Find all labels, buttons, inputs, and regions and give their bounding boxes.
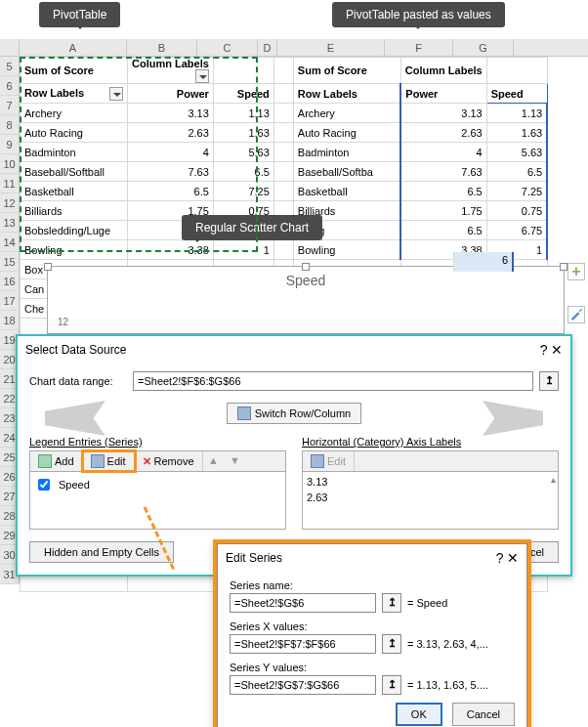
cell[interactable]: Badminton	[293, 143, 400, 162]
column-header[interactable]: E	[277, 39, 385, 56]
row-header[interactable]: 5	[0, 57, 20, 76]
column-header[interactable]: B	[127, 39, 197, 56]
cell[interactable]: Column Labels	[128, 58, 214, 84]
scroll-up-icon[interactable]: ▴	[551, 474, 556, 485]
row-header[interactable]: 6	[0, 76, 20, 96]
cell[interactable]: Bobsledding/Luge	[21, 221, 128, 240]
row-header[interactable]: 15	[0, 252, 20, 272]
cell[interactable]: 0.75	[486, 201, 547, 221]
cell[interactable]: Baseball/Softba	[293, 162, 400, 182]
cell[interactable]	[273, 58, 293, 84]
row-header[interactable]: 17	[0, 291, 20, 311]
ok-button[interactable]: OK	[396, 703, 442, 726]
cell[interactable]	[273, 123, 293, 143]
chart-object[interactable]: Speed 12 +	[47, 266, 565, 334]
chart-data-range-input[interactable]	[133, 371, 533, 391]
row-header[interactable]: 11	[0, 174, 20, 193]
axis-listbox[interactable]: 3.13 2.63 ▴	[302, 471, 559, 530]
cell[interactable]: 1.63	[213, 123, 273, 143]
cell[interactable]: 7.63	[128, 162, 214, 182]
series-x-input[interactable]	[230, 634, 376, 654]
cell[interactable]: 2.63	[128, 123, 214, 143]
cell[interactable]	[273, 143, 293, 162]
cell[interactable]: Bowling	[21, 240, 128, 260]
row-header[interactable]: 7	[0, 96, 20, 115]
cell[interactable]: Archery	[21, 104, 128, 123]
cell[interactable]: Auto Racing	[21, 123, 128, 143]
cell[interactable]: Billiards	[21, 201, 128, 221]
column-header[interactable]: C	[197, 39, 258, 56]
cell[interactable]: Sum of Score	[293, 58, 400, 84]
cell[interactable]	[213, 58, 273, 84]
cell[interactable]: 4	[400, 143, 486, 162]
cell[interactable]: 6.5	[213, 162, 273, 182]
row-header[interactable]: 12	[0, 193, 20, 213]
cell[interactable]: 3.13	[128, 104, 214, 123]
range-picker-icon[interactable]: ↥	[539, 371, 559, 391]
cell[interactable]: 6.75	[486, 221, 547, 240]
cell[interactable]: Basketball	[293, 182, 400, 201]
series-checkbox[interactable]	[38, 479, 50, 491]
cell[interactable]: 5.63	[486, 143, 547, 162]
close-icon[interactable]: ✕	[507, 550, 519, 566]
column-header[interactable]: F	[385, 39, 453, 56]
cell[interactable]: Auto Racing	[293, 123, 400, 143]
cell[interactable]	[273, 104, 293, 123]
cell[interactable]: 1.75	[400, 201, 486, 221]
move-down-button[interactable]: ▼	[225, 451, 246, 471]
cell[interactable]: 1	[213, 240, 273, 260]
cell[interactable]: 7.63	[400, 162, 486, 182]
dropdown-icon[interactable]	[109, 87, 123, 101]
column-header[interactable]: G	[453, 39, 514, 56]
close-icon[interactable]: ✕	[551, 342, 563, 358]
remove-series-button[interactable]: ✕Remove	[135, 451, 203, 471]
cell[interactable]: 1.13	[213, 104, 273, 123]
cancel-button[interactable]: Cancel	[452, 703, 515, 726]
row-header[interactable]: 16	[0, 272, 20, 291]
column-header[interactable]: A	[20, 39, 127, 56]
series-y-input[interactable]	[230, 675, 376, 695]
cell[interactable]: Badminton	[21, 143, 128, 162]
row-header[interactable]: 9	[0, 135, 20, 154]
cell[interactable]: Power	[400, 84, 486, 104]
chart-brush-icon[interactable]	[567, 306, 585, 323]
row-header[interactable]: 8	[0, 115, 20, 135]
range-picker-icon[interactable]: ↥	[382, 593, 401, 613]
cell[interactable]: 1.63	[486, 123, 547, 143]
column-header[interactable]: D	[258, 39, 277, 56]
cell[interactable]: 6.5	[400, 182, 486, 201]
dialog-help-icon[interactable]: ?	[540, 342, 548, 358]
add-series-button[interactable]: Add	[30, 451, 83, 471]
move-up-button[interactable]: ▲	[203, 451, 225, 471]
cell[interactable]: 3.13	[400, 104, 486, 123]
cell[interactable]: Power	[128, 84, 214, 104]
cell[interactable]	[273, 162, 293, 182]
cell[interactable]: 4	[128, 143, 214, 162]
cell[interactable]: Baseball/Softball	[21, 162, 128, 182]
cell[interactable]: Sum of Score	[21, 58, 128, 84]
cell[interactable]: 1.13	[486, 104, 547, 123]
cell[interactable]: Speed	[213, 84, 273, 104]
cell[interactable]	[486, 58, 547, 84]
cell[interactable]: Row Labels	[21, 84, 128, 104]
cell[interactable]: 6	[453, 252, 514, 272]
row-header[interactable]: 14	[0, 233, 20, 252]
hidden-empty-cells-button[interactable]: Hidden and Empty Cells	[29, 541, 174, 563]
chart-element-add-icon[interactable]: +	[567, 263, 585, 280]
cell[interactable]: Archery	[293, 104, 400, 123]
cell[interactable]: Speed	[486, 84, 547, 104]
cell[interactable]: 5.63	[213, 143, 273, 162]
cell[interactable]: Column Labels	[400, 58, 486, 84]
cell[interactable]	[273, 240, 293, 260]
cell[interactable]	[273, 84, 293, 104]
cell[interactable]	[273, 182, 293, 201]
series-name-input[interactable]	[230, 593, 376, 613]
cell[interactable]: 7.25	[213, 182, 273, 201]
cell[interactable]: 2.63	[400, 123, 486, 143]
cell[interactable]: Row Labels	[293, 84, 400, 104]
edit-series-button[interactable]: Edit	[83, 451, 135, 471]
range-picker-icon[interactable]: ↥	[382, 634, 401, 654]
row-header[interactable]: 18	[0, 311, 20, 330]
cell[interactable]: 6.5	[486, 162, 547, 182]
dialog-help-icon[interactable]: ?	[496, 550, 504, 566]
